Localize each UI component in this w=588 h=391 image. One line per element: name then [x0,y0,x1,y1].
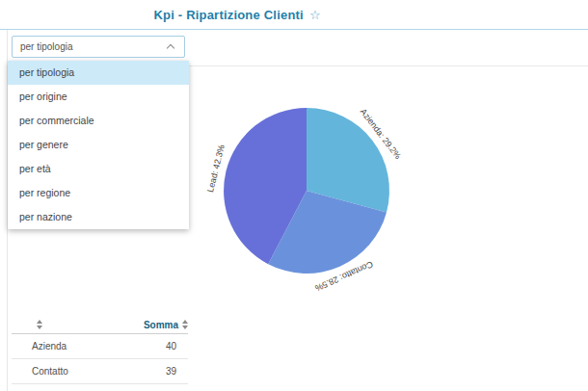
category-cell: Azienda [12,333,111,358]
chart-area: Azienda: 29.2%Contatto: 28.5%Lead: 42.3% [202,91,424,299]
filter-select-value: per tipologia [13,41,168,52]
sort-icon [182,320,188,329]
somma-cell: 39 [111,358,188,383]
dropdown-option[interactable]: per tipologia [8,61,189,85]
dropdown-option[interactable]: per nazione [8,205,189,229]
table-row: Contatto39 [12,358,188,383]
filter-select[interactable]: per tipologia [12,36,185,58]
title-wrap: Kpi - Ripartizione Clienti ☆ [0,0,474,30]
chevron-up-icon [167,44,174,52]
somma-cell: 58 [111,383,188,391]
summary-table-body: Azienda40Contatto39Lead58 [12,333,188,391]
category-cell: Contatto [12,358,111,383]
dropdown-option[interactable]: per età [8,157,189,181]
dropdown-option[interactable]: per origine [8,85,189,109]
dropdown-option[interactable]: per genere [8,133,189,157]
favorite-star-icon[interactable]: ☆ [309,9,321,21]
page-title: Kpi - Ripartizione Clienti [153,8,303,22]
somma-cell: 40 [111,333,188,358]
pie-chart: Azienda: 29.2%Contatto: 28.5%Lead: 42.3% [202,91,424,299]
column-header-somma[interactable]: Somma [111,317,188,333]
dropdown-option[interactable]: per regione [8,181,189,205]
category-cell: Lead [12,383,111,391]
table-row: Lead58 [12,383,188,391]
title-bar: Kpi - Ripartizione Clienti ☆ [0,0,588,30]
summary-table: Somma Azienda40Contatto39Lead58 [12,317,188,391]
table-row: Azienda40 [12,333,188,358]
pie-slice-label: Lead: 42.3% [205,143,227,193]
column-header-somma-label: Somma [144,320,178,330]
filter-dropdown: per tipologiaper origineper commercialep… [8,61,189,229]
column-header-category[interactable] [12,317,111,333]
page-root: Kpi - Ripartizione Clienti ☆ per tipolog… [0,0,588,391]
sort-icon [37,320,42,329]
table-header-row: Somma [12,317,188,333]
dropdown-option[interactable]: per commerciale [8,109,189,133]
